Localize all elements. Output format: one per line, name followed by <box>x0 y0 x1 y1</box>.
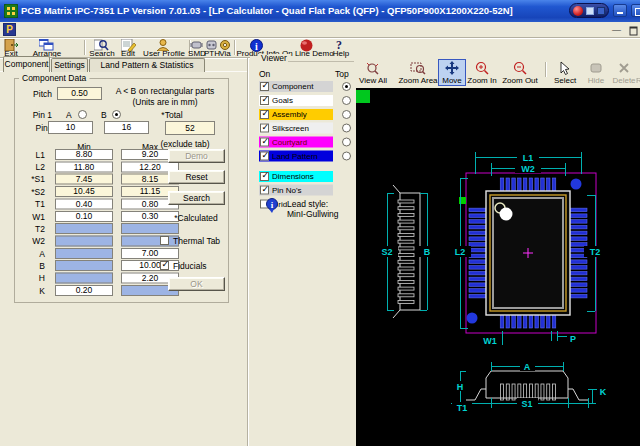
viewer-tb-view-all[interactable]: View All <box>356 76 390 85</box>
zoom-out-icon[interactable] <box>512 61 528 75</box>
dim-label-w2: W2 <box>521 164 535 174</box>
pitch-field[interactable]: 0.50 <box>57 87 102 100</box>
child-restore-button[interactable] <box>626 25 639 36</box>
lead-style-label: Lead style: <box>287 199 328 209</box>
extra-on-checkbox[interactable]: ✓ <box>260 172 269 181</box>
layer-top-radio[interactable] <box>342 82 351 91</box>
maximize-icon[interactable] <box>586 7 594 15</box>
dim-min-cell[interactable]: 0.20 <box>55 285 113 296</box>
select-icon[interactable] <box>558 61 572 75</box>
extra-on-checkbox[interactable]: ✓ <box>260 186 269 195</box>
total-field[interactable]: 52 <box>165 121 215 135</box>
move-icon[interactable] <box>444 61 460 75</box>
pins-b-field[interactable]: 16 <box>104 121 149 134</box>
pin1-label: Pin 1 <box>28 110 52 120</box>
tab-land-pattern[interactable]: Land Pattern & Statistics <box>89 58 205 72</box>
layer-top-radio[interactable] <box>342 138 351 147</box>
dim-label-k: K <box>600 387 607 397</box>
dim-min-cell[interactable]: 11.80 <box>55 162 113 173</box>
dim-min-cell[interactable]: 10.45 <box>55 186 113 197</box>
lead-style-value: MinI-Gullwing <box>287 209 338 219</box>
dim-min-cell[interactable]: 0.10 <box>55 211 113 222</box>
close-icon[interactable] <box>573 6 583 16</box>
dim-row-label: L1 <box>0 150 48 160</box>
dim-min-cell[interactable]: 0.40 <box>55 199 113 210</box>
layer-top-radio[interactable] <box>342 110 351 119</box>
viewer-tb-zoom-in[interactable]: Zoom In <box>464 76 500 85</box>
title-bar: PCB Matrix IPC-7351 LP Version 7.01.03 -… <box>0 0 640 22</box>
child-minimize-button[interactable]: — <box>610 25 623 36</box>
layer-top-radio[interactable] <box>342 124 351 133</box>
total-label: *Total <box>140 110 204 120</box>
layer-on-checkbox[interactable]: ✓ <box>260 96 269 105</box>
viewer-tb-delete[interactable]: Delete <box>609 76 639 85</box>
dim-label-h: H <box>457 382 464 392</box>
dim-max-cell[interactable]: 7.00 <box>121 248 179 259</box>
pins-a-field[interactable]: 10 <box>48 121 93 134</box>
view-all-icon[interactable] <box>365 61 381 75</box>
minimize-button[interactable] <box>613 4 627 17</box>
fiducials-checkbox[interactable]: ✓ <box>160 261 169 270</box>
dim-row-label: B <box>0 261 48 271</box>
tab-component[interactable]: Component <box>3 56 50 72</box>
dim-label-s1: S1 <box>521 399 532 409</box>
dim-label-w1: W1 <box>483 336 497 346</box>
dim-min-cell[interactable]: 7.45 <box>55 174 113 185</box>
layer-row-silkscreen: Silkscreen <box>259 123 333 134</box>
tab-settings[interactable]: Settings <box>51 58 88 72</box>
restore-button[interactable] <box>631 4 640 17</box>
layer-top-radio[interactable] <box>342 152 351 161</box>
layer-on-checkbox[interactable]: ✓ <box>260 82 269 91</box>
viewer-tb-reset[interactable]: Res <box>636 76 640 85</box>
layer-on-checkbox[interactable]: ✓ <box>260 152 269 161</box>
toolbar-item-help[interactable]: Help <box>330 49 352 58</box>
reset-button[interactable]: Reset <box>168 170 225 184</box>
dim-label-t1: T1 <box>457 403 468 413</box>
thermal-tab-label: Thermal Tab <box>173 236 220 246</box>
search-button[interactable]: Search <box>168 191 225 205</box>
fiducial-blue-top <box>571 179 582 190</box>
fiducial-blue-bottom <box>467 313 478 324</box>
hide-icon[interactable] <box>589 61 603 75</box>
dim-label-a: A <box>524 362 531 372</box>
layer-on-checkbox[interactable]: ✓ <box>260 124 269 133</box>
theme-icon[interactable] <box>597 7 605 15</box>
layer-row-assembly: Assembly <box>259 109 333 120</box>
layer-top-radio[interactable] <box>342 96 351 105</box>
thermal-tab-checkbox[interactable] <box>160 236 169 245</box>
demo-button[interactable]: Demo <box>168 149 225 163</box>
viewer-tb-zoom-area[interactable]: Zoom Area <box>398 76 438 85</box>
ok-button[interactable]: OK <box>168 277 225 291</box>
note-rectangular: A < B on rectangular parts <box>100 86 230 96</box>
pin1-b-radio[interactable] <box>112 110 121 119</box>
dim-row-label: W2 <box>0 237 48 247</box>
dim-max-cell[interactable]: 10.00 <box>121 260 179 271</box>
caption-button-cluster[interactable] <box>569 3 609 18</box>
zoom-area-icon[interactable] <box>410 61 426 75</box>
dim-min-cell[interactable] <box>55 273 113 284</box>
viewer-tb-hide[interactable]: Hide <box>583 76 609 85</box>
viewer-tb-select[interactable]: Select <box>549 76 581 85</box>
dim-min-cell[interactable] <box>55 236 113 247</box>
component-data-title: Component Data <box>19 74 89 83</box>
layer-on-checkbox[interactable]: ✓ <box>260 110 269 119</box>
zoom-in-icon[interactable] <box>474 61 490 75</box>
dim-min-cell[interactable] <box>55 260 113 271</box>
pin1-a-radio[interactable] <box>78 110 87 119</box>
dim-row-label: H <box>0 274 48 284</box>
dim-min-cell[interactable] <box>55 248 113 259</box>
info-icon: i <box>265 198 279 213</box>
child-window-icon[interactable]: P <box>3 23 16 36</box>
viewer-tb-move[interactable]: Move <box>438 76 466 85</box>
viewer-group-line <box>288 61 354 62</box>
dim-max-cell[interactable] <box>121 223 179 234</box>
dim-min-cell[interactable]: 8.80 <box>55 149 113 160</box>
dim-row-label: A <box>0 249 48 259</box>
delete-icon[interactable] <box>617 61 631 75</box>
dim-min-cell[interactable] <box>55 223 113 234</box>
footprint-canvas[interactable]: L1 W2 L2 T2 W1 P S2 B A H T1 S1 K <box>356 88 640 446</box>
viewer-tb-zoom-out[interactable]: Zoom Out <box>500 76 540 85</box>
pitch-label: Pitch <box>24 89 52 99</box>
layer-on-checkbox[interactable]: ✓ <box>260 138 269 147</box>
dim-max-cell[interactable] <box>121 236 179 247</box>
